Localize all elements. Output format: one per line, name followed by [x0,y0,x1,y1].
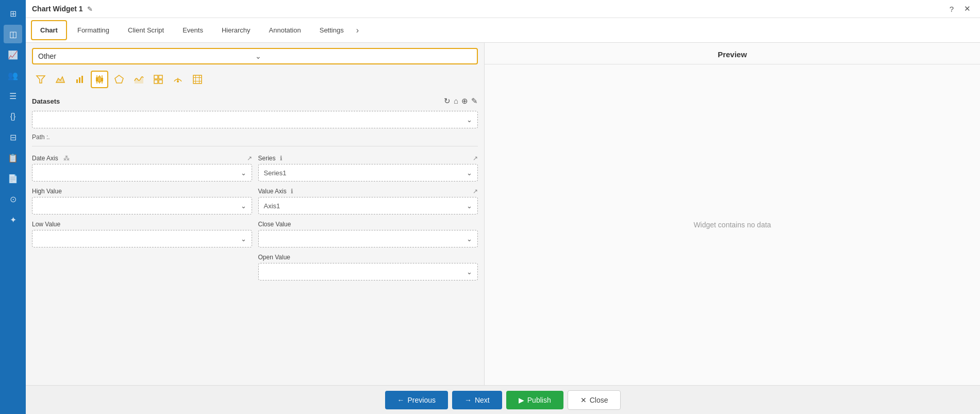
filter-chart-icon-btn[interactable] [32,71,49,88]
sidebar-grid-icon[interactable]: ⊟ [4,128,22,146]
series-label: Series [258,155,276,162]
datasets-home-icon[interactable]: ⌂ [454,96,458,106]
value-axis-group: Value Axis ℹ ↗ Axis1 ⌄ [258,188,478,214]
publish-play-icon: ▶ [519,396,524,404]
high-value-label: High Value [32,188,62,195]
preview-title: Preview [485,43,980,64]
sidebar-home-icon[interactable]: ⊞ [4,4,22,23]
tab-settings[interactable]: Settings [310,20,353,40]
widget-title: Chart Widget 1 [32,5,83,13]
high-value-select[interactable]: ⌄ [32,197,252,214]
svg-rect-13 [159,75,162,79]
next-arrow-icon: → [464,396,472,404]
svg-rect-18 [193,75,202,84]
svg-rect-14 [154,80,158,84]
series-chevron: ⌄ [467,169,472,177]
datasets-dropdown-chevron: ⌄ [467,116,472,124]
close-value-group: Close Value ⌄ [258,221,478,247]
help-icon[interactable]: ? [946,4,957,14]
series-nav-icon[interactable]: ↗ [473,155,478,162]
sidebar: ⊞ ◫ 📈 👥 ☰ {} ⊟ 📋 📄 ⊙ ✦ [0,0,26,414]
low-value-select[interactable]: ⌄ [32,230,252,247]
publish-button[interactable]: ▶ Publish [506,391,563,409]
previous-button[interactable]: ← Previous [385,391,448,409]
svg-rect-6 [96,77,98,81]
edit-title-icon[interactable]: ✎ [87,5,93,13]
area-chart-icon-btn[interactable] [52,71,69,88]
previous-label: Previous [408,396,436,404]
date-axis-label: Date Axis [32,155,58,162]
close-x-icon: ✕ [580,396,587,404]
value-axis-info-icon[interactable]: ℹ [291,188,293,195]
main-content: Chart Widget 1 ✎ ? ✕ Chart Formatting Cl… [26,0,980,414]
datasets-label: Datasets [32,97,444,105]
high-value-group: High Value ⌄ [32,188,252,214]
sidebar-report-icon[interactable]: 📋 [4,148,22,167]
svg-rect-19 [195,75,196,84]
date-axis-select[interactable]: ⌄ [32,164,252,181]
low-value-group: Low Value ⌄ [32,221,252,247]
tab-hierarchy[interactable]: Hierarchy [212,20,260,40]
bar-chart-icon-btn[interactable] [71,71,89,88]
open-value-group: Open Value ⌄ [258,254,478,280]
sidebar-list-icon[interactable]: ☰ [4,87,22,105]
datasets-edit-icon[interactable]: ✎ [471,96,478,106]
svg-rect-2 [76,79,78,83]
next-button[interactable]: → Next [452,391,502,409]
close-value-select[interactable]: ⌄ [258,230,478,247]
tab-events[interactable]: Events [173,20,212,40]
next-label: Next [475,396,490,404]
svg-rect-21 [193,77,202,78]
chart-type-dropdown[interactable]: Other ⌄ [32,48,478,64]
close-value-label-row: Close Value [258,221,478,228]
value-axis-nav-icon[interactable]: ↗ [473,188,478,195]
chart-icons-row [26,68,484,93]
date-axis-group: Date Axis ⁂ ↗ ⌄ [32,155,252,181]
date-axis-nav-icon[interactable]: ↗ [247,155,252,162]
tabs-bar: Chart Formatting Client Script Events Hi… [26,18,980,43]
date-axis-org-icon[interactable]: ⁂ [63,155,70,162]
open-value-chevron: ⌄ [467,268,472,276]
tabs-more-button[interactable]: › [353,22,362,39]
svg-rect-12 [154,75,158,79]
candle-chart-icon-btn[interactable] [91,71,108,88]
date-axis-chevron: ⌄ [241,169,246,177]
pentagon-chart-icon-btn[interactable] [110,71,128,88]
tab-chart[interactable]: Chart [31,20,67,40]
wave-chart-icon-btn[interactable] [130,71,147,88]
series-info-icon[interactable]: ℹ [280,155,283,162]
datasets-refresh-icon[interactable]: ↻ [444,96,451,106]
series-value: Series1 [264,169,287,177]
datasets-header: Datasets ↻ ⌂ ⊕ ✎ [26,93,484,109]
publish-label: Publish [527,396,551,404]
quad-chart-icon-btn[interactable] [150,71,167,88]
series-select[interactable]: Series1 ⌄ [258,164,478,181]
datasets-dropdown[interactable]: ⌄ [32,111,478,128]
close-button[interactable]: ✕ Close [568,390,621,410]
sidebar-code-icon[interactable]: {} [4,107,22,126]
sidebar-form-icon[interactable]: 📄 [4,169,22,188]
preview-body: Widget contains no data [693,64,771,385]
high-value-chevron: ⌄ [241,202,246,210]
chart-type-value: Other [38,52,255,60]
value-axis-select[interactable]: Axis1 ⌄ [258,197,478,214]
dial-chart-icon-btn[interactable] [169,71,187,88]
path-row: Path :. [26,130,484,144]
tab-client-script[interactable]: Client Script [119,20,173,40]
svg-marker-0 [37,76,45,83]
sidebar-group-icon[interactable]: 👥 [4,66,22,85]
value-axis-label: Value Axis [258,188,287,195]
close-window-icon[interactable]: ✕ [961,3,974,14]
high-value-label-row: High Value [32,188,252,195]
open-value-select[interactable]: ⌄ [258,263,478,280]
open-value-label: Open Value [258,254,291,261]
sidebar-gauge-icon[interactable]: ⊙ [4,190,22,208]
preview-panel: Preview Widget contains no data [485,43,980,385]
tile-chart-icon-btn[interactable] [189,71,206,88]
tab-formatting[interactable]: Formatting [68,20,119,40]
datasets-add-icon[interactable]: ⊕ [461,96,468,106]
sidebar-dashboard-icon[interactable]: ◫ [4,25,22,43]
sidebar-chart-icon[interactable]: 📈 [4,45,22,64]
tab-annotation[interactable]: Annotation [260,20,310,40]
sidebar-plugin-icon[interactable]: ✦ [4,210,22,229]
